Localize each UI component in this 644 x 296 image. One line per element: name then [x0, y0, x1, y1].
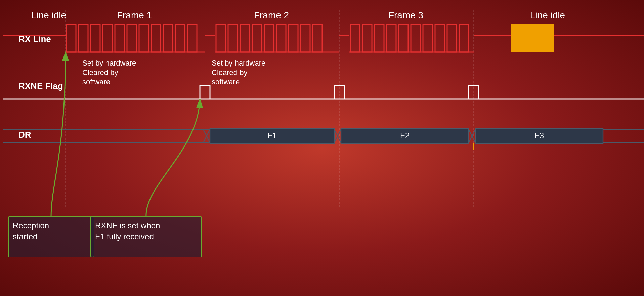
- set-by-hw-1: Set by hardware: [82, 59, 136, 67]
- cleared-by-sw-1: Cleared by: [82, 68, 118, 77]
- f3-label: F3: [534, 131, 544, 140]
- frame3-label: Frame 3: [388, 10, 423, 20]
- frame1-label: Frame 1: [117, 10, 152, 20]
- software-1: software: [82, 78, 110, 86]
- dr-label: DR: [18, 130, 31, 140]
- cleared-by-sw-2: Cleared by: [212, 68, 247, 77]
- line-idle-left-label: Line idle: [31, 10, 66, 20]
- rxne-set-text-1: RXNE is set when: [95, 221, 160, 230]
- rxne-set-text-2: F1 fully received: [95, 232, 154, 241]
- diagram-container: Line idle Frame 1 Frame 2 Frame 3 Line i…: [0, 0, 644, 296]
- f2-label: F2: [400, 131, 410, 140]
- line-idle-right-label: Line idle: [530, 10, 565, 20]
- rxne-flag-label: RXNE Flag: [18, 81, 63, 91]
- reception-started-text-1: Reception: [13, 221, 49, 230]
- svg-rect-42: [511, 24, 554, 52]
- software-2: software: [212, 78, 240, 86]
- frame2-label: Frame 2: [254, 10, 289, 20]
- set-by-hw-2: Set by hardware: [212, 59, 265, 67]
- f1-label: F1: [267, 131, 277, 140]
- reception-started-text-2: started: [13, 232, 37, 241]
